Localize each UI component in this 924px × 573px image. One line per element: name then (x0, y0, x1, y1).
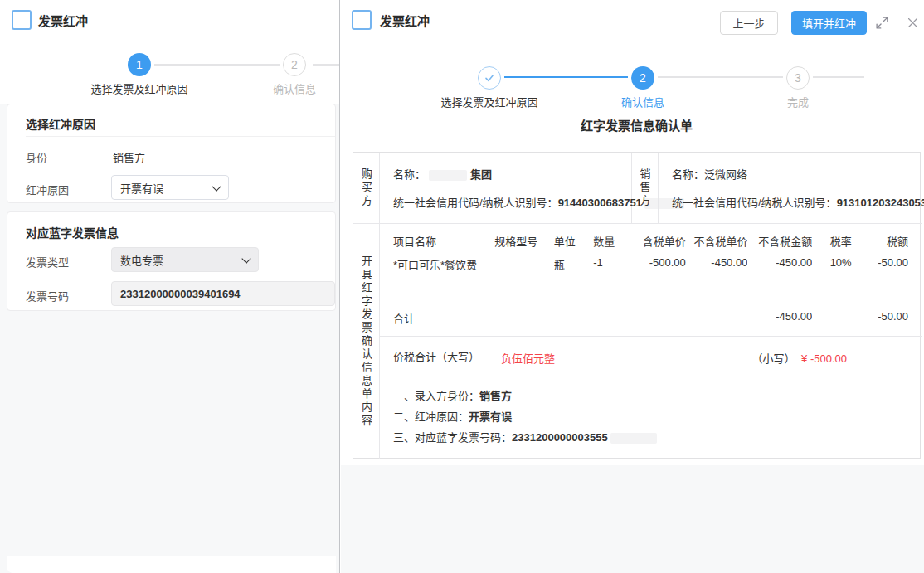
redacted-area (429, 170, 467, 181)
note-reason-value: 开票有误 (469, 410, 512, 423)
item-tax-rate: 10% (819, 256, 851, 272)
seller-side-label: 销售方 (639, 168, 651, 208)
step-2-label: 确认信息 (601, 94, 684, 109)
left-stepper: 1 2 选择发票及红冲原因 确认信息 (0, 39, 340, 104)
reason-select-value: 开票有误 (120, 180, 163, 196)
party-row: 购买方 名称：集团 统一社会信用代码/纳税人识别号：91440300683751… (353, 153, 922, 224)
note-reason: 二、红冲原因：开票有误 (393, 408, 512, 424)
step-3-number: 3 (795, 71, 801, 85)
col-header: 不含税金额 (754, 233, 812, 249)
seller-name-label: 名称： (672, 168, 704, 181)
step-1-circle-done (478, 66, 501, 90)
step-1-label: 选择发票及红冲原因 (423, 94, 556, 109)
step-2-label: 确认信息 (253, 80, 336, 96)
reason-section-title: 选择红冲原因 (26, 115, 95, 132)
col-header: 含税单价 (635, 233, 685, 249)
invoice-number-label: 发票号码 (26, 288, 69, 303)
step-1-circle: 1 (128, 53, 151, 76)
blue-invoice-section-card: 对应蓝字发票信息 发票类型 数电专票 发票号码 2331200000003940… (7, 211, 336, 311)
left-dialog-title: 发票红冲 (38, 12, 88, 29)
divider (26, 136, 335, 137)
note-identity-prefix: 一、录入方身份： (393, 390, 479, 402)
right-dialog-title: 发票红冲 (380, 12, 430, 29)
chevron-down-icon (212, 182, 221, 191)
submit-red-flush-button[interactable]: 填开并红冲 (791, 11, 867, 35)
invoice-number-input[interactable]: 23312000000039401694 (111, 281, 335, 306)
total-row: 合计 -450.00 -50.00 (380, 310, 922, 326)
step-1-number: 1 (136, 58, 143, 71)
note-blue-invoice-value: 2331200000003555 (512, 431, 608, 444)
col-header: 数量 (593, 233, 629, 249)
buyer-tax-label: 统一社会信用代码/纳税人识别号： (393, 197, 558, 209)
right-dialog: 发票红冲 上一步 填开并红冲 2 3 选择发票及红冲原因 确认信息 完成 红字 (341, 0, 924, 573)
reason-section-card: 选择红冲原因 身份 销售方 红冲原因 开票有误 (7, 104, 336, 203)
buyer-side-cell: 购买方 (353, 153, 380, 223)
buyer-side-label: 购买方 (360, 168, 372, 208)
note-reason-prefix: 二、红冲原因： (393, 410, 469, 423)
identity-label: 身份 (26, 149, 47, 165)
reason-label: 红冲原因 (26, 182, 69, 197)
left-dialog-footer (7, 556, 336, 573)
step-connector (658, 76, 783, 78)
chevron-down-icon (241, 254, 250, 263)
buyer-tax-value: 91440300683751 (558, 197, 642, 209)
right-dialog-header: 发票红冲 上一步 填开并红冲 (341, 0, 924, 40)
close-icon[interactable] (903, 13, 922, 32)
seller-side-cell: 销售方 (631, 153, 659, 223)
total-label: 合计 (393, 310, 488, 326)
expand-icon[interactable] (873, 13, 891, 32)
col-header: 税额 (858, 233, 908, 249)
check-icon (483, 71, 496, 85)
item-row: *可口可乐*餐饮费 瓶 -1 -500.00 -450.00 -450.00 1… (380, 256, 922, 272)
confirmation-table: 购买方 名称：集团 统一社会信用代码/纳税人识别号：91440300683751… (353, 152, 921, 459)
invoice-number-value: 23312000000039401694 (120, 288, 241, 300)
reason-select[interactable]: 开票有误 (111, 175, 229, 200)
blue-invoice-section-title: 对应蓝字发票信息 (26, 224, 119, 240)
col-header: 规格型号 (494, 233, 547, 249)
note-identity-value: 销售方 (479, 390, 512, 402)
step-3-circle: 3 (786, 66, 810, 90)
dialog-title-icon (12, 10, 32, 30)
seller-name-line: 名称：泛微网络 (672, 166, 747, 182)
step-1-label: 选择发票及红冲原因 (73, 80, 206, 96)
invoice-type-label: 发票类型 (26, 254, 69, 270)
right-dialog-lower-area (341, 465, 924, 573)
item-spec (494, 256, 547, 272)
step-2-circle: 2 (631, 66, 654, 90)
step-connector (813, 76, 864, 78)
buyer-name-value: 集团 (470, 168, 492, 181)
items-header-row: 项目名称 规格型号 单位 数量 含税单价 不含税单价 不含税金额 税率 税额 (380, 233, 922, 249)
detail-side-label: 开具红字发票确认信息单内容 (360, 255, 372, 428)
invoice-type-select[interactable]: 数电专票 (111, 247, 259, 272)
identity-value: 销售方 (113, 149, 145, 165)
step-2-circle: 2 (283, 53, 306, 76)
sum-words-label: 价税合计（大写） (393, 348, 479, 364)
seller-tax-line: 统一社会信用代码/纳税人识别号：9131012032430537XW (672, 194, 924, 210)
col-header: 税率 (819, 233, 851, 249)
col-header: 项目名称 (393, 233, 488, 249)
buyer-name-label: 名称： (393, 168, 426, 181)
buyer-info-cell: 名称：集团 统一社会信用代码/纳税人识别号：91440300683751 (380, 153, 632, 223)
sum-words-label-cell: 价税合计（大写） (380, 336, 479, 376)
sum-row: 价税合计（大写） 负伍佰元整 （小写） ¥ -500.00 (380, 336, 922, 376)
left-dialog: 发票红冲 1 2 选择发票及红冲原因 确认信息 选择红冲原因 身份 销售方 红冲… (0, 0, 340, 573)
item-unit: 瓶 (554, 256, 586, 272)
prev-step-button[interactable]: 上一步 (720, 11, 778, 35)
total-tax: -50.00 (858, 310, 908, 326)
item-price: -450.00 (693, 256, 748, 272)
seller-tax-value: 9131012032430537XW (837, 197, 924, 209)
buyer-name-line: 名称：集团 (393, 166, 492, 182)
step-connector-done (504, 76, 628, 78)
step-connector (154, 64, 280, 66)
step-3-label: 完成 (765, 94, 831, 109)
sum-figures-value: ¥ -500.00 (801, 352, 847, 365)
sum-figures-group: （小写） ¥ -500.00 (751, 350, 847, 366)
total-amount: -450.00 (754, 310, 812, 326)
seller-tax-label: 统一社会信用代码/纳税人识别号： (672, 197, 837, 209)
items-block: 项目名称 规格型号 单位 数量 含税单价 不含税单价 不含税金额 税率 税额 *… (380, 223, 922, 337)
sum-words-value: 负伍佰元整 (501, 350, 555, 366)
detail-side-cell: 开具红字发票确认信息单内容 (353, 223, 380, 459)
notes-block: 一、录入方身份：销售方 二、红冲原因：开票有误 三、对应蓝字发票号码：23312… (380, 376, 922, 459)
item-amount: -450.00 (754, 256, 812, 272)
step-2-number: 2 (640, 71, 646, 85)
